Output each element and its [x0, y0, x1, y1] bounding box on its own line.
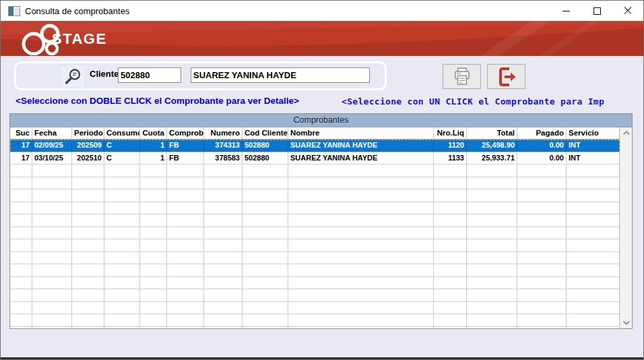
table-cell: [104, 327, 140, 329]
table-cell: [72, 202, 104, 214]
table-cell: [517, 302, 567, 314]
column-header-cuota[interactable]: Cuota: [140, 127, 167, 139]
table-cell: [167, 214, 204, 227]
column-header-total[interactable]: Total: [467, 127, 517, 139]
table-cell: [10, 264, 32, 276]
table-cell: [243, 314, 288, 326]
scroll-down-button[interactable]: [620, 318, 632, 328]
table-cell: [434, 177, 467, 189]
table-row[interactable]: 1703/10/25202510C1FB378583502880SUAREZ Y…: [10, 152, 620, 165]
table-cell: [288, 214, 434, 227]
maximize-button[interactable]: [581, 1, 612, 21]
table-row[interactable]: 1702/09/25202509C1FB374313502880SUAREZ Y…: [10, 140, 620, 152]
table-cell: [517, 189, 567, 202]
grid-title: Comprobantes: [10, 114, 632, 127]
column-header-nombre[interactable]: Nombre: [288, 127, 434, 139]
table-cell: [140, 252, 167, 264]
table-cell: [104, 302, 140, 314]
table-cell: [72, 227, 104, 239]
table-cell: [104, 189, 140, 202]
table-cell: [10, 177, 32, 189]
table-cell: [32, 177, 72, 189]
table-cell: [288, 177, 434, 189]
scroll-up-button[interactable]: [620, 127, 632, 138]
table-cell: [434, 202, 467, 214]
table-cell: [10, 239, 32, 251]
table-cell: [32, 227, 72, 239]
column-header-servicio[interactable]: Servicio: [567, 127, 620, 139]
table-row: [10, 277, 620, 290]
instruction-single-click: <Seleccione con UN CLICK el Comprobante …: [342, 96, 604, 107]
column-header-suc[interactable]: Suc: [10, 127, 32, 139]
brand-banner: STAGE: [1, 21, 643, 56]
column-header-pagado[interactable]: Pagado: [517, 127, 567, 139]
table-cell: [517, 314, 567, 326]
comprobantes-grid: Comprobantes SucFechaPeriodoConsumoCuota…: [9, 113, 633, 329]
table-cell: [32, 214, 72, 227]
column-header-nro-liq[interactable]: Nro.Liq: [434, 127, 467, 139]
table-cell: [104, 177, 140, 189]
table-cell: [467, 202, 517, 214]
table-cell: [467, 164, 517, 177]
close-button[interactable]: [612, 1, 643, 21]
table-cell: [32, 277, 72, 289]
table-cell: [32, 302, 72, 314]
column-header-cod-cliente[interactable]: Cod Cliente: [243, 127, 288, 139]
table-cell: [204, 202, 243, 214]
minimize-button[interactable]: [550, 1, 581, 21]
exit-button[interactable]: [487, 64, 525, 89]
table-cell: [104, 277, 140, 289]
table-cell: [167, 277, 204, 289]
table-row: [10, 314, 620, 327]
table-cell: [434, 264, 467, 276]
table-row: [10, 327, 620, 329]
table-cell: [243, 239, 288, 251]
table-cell: [434, 277, 467, 289]
table-cell: [72, 277, 104, 289]
table-cell: [434, 252, 467, 264]
table-cell: [32, 202, 72, 214]
table-row: [10, 227, 620, 240]
table-cell: [140, 289, 167, 301]
table-cell: [567, 314, 620, 326]
table-cell: [32, 327, 72, 329]
table-cell: [10, 214, 32, 227]
table-cell: SUAREZ YANINA HAYDE: [288, 152, 434, 164]
table-cell: [167, 177, 204, 189]
table-cell: [434, 164, 467, 177]
table-cell: [434, 314, 467, 326]
table-cell: 374313: [204, 140, 243, 152]
table-cell: [10, 289, 32, 301]
table-cell: [567, 289, 620, 301]
table-cell: [140, 327, 167, 329]
table-cell: [288, 252, 434, 264]
table-cell: [204, 239, 243, 251]
table-cell: [32, 264, 72, 276]
search-button[interactable]: [60, 65, 86, 88]
table-cell: 202509: [72, 140, 104, 152]
column-header-consumo[interactable]: Consumo: [104, 127, 140, 139]
client-name-input[interactable]: [191, 67, 370, 83]
table-cell: [167, 189, 204, 202]
table-cell: [104, 202, 140, 214]
table-cell: [104, 314, 140, 326]
table-cell: [10, 189, 32, 202]
table-cell: [104, 227, 140, 239]
table-cell: [204, 327, 243, 329]
column-header-numero[interactable]: Numero: [204, 127, 243, 139]
table-cell: [167, 252, 204, 264]
table-cell: [140, 189, 167, 202]
table-cell: [567, 202, 620, 214]
exit-icon: [494, 65, 519, 88]
table-cell: [567, 239, 620, 251]
table-cell: [10, 327, 32, 329]
print-button[interactable]: [443, 64, 481, 89]
column-header-fecha[interactable]: Fecha: [32, 127, 72, 139]
client-code-input[interactable]: [118, 67, 181, 83]
column-header-periodo[interactable]: Periodo: [72, 127, 104, 139]
column-header-comprob[interactable]: Comprob: [167, 127, 204, 139]
table-cell: [517, 214, 567, 227]
instruction-double-click: <Seleccione con DOBLE CLICK el Comproban…: [15, 96, 299, 106]
table-row: [10, 289, 620, 302]
vertical-scrollbar[interactable]: [620, 127, 632, 328]
